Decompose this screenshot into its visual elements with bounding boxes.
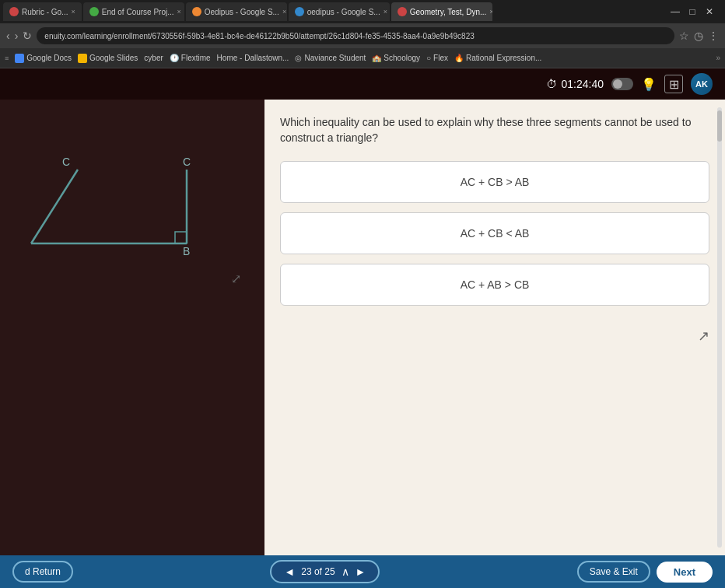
up-arrow[interactable]: ∧ (341, 565, 349, 578)
bookmark-flex[interactable]: ○ Flex (426, 54, 448, 62)
bookmark-google-slides-label: Google Slides (89, 54, 138, 62)
flex-icon: ○ (426, 54, 431, 62)
bookmarks-bar: ≡ Google Docs Google Slides cyber 🕐 Flex… (0, 48, 725, 68)
bookmark-google-docs[interactable]: Google Docs (15, 54, 72, 63)
bookmark-icon[interactable]: ☆ (679, 30, 689, 42)
timer-bar: ⏱ 01:24:40 💡 ⊞ AK (0, 68, 725, 100)
nav-right: Save & Exit Next (577, 561, 713, 583)
tab-geometry[interactable]: Geometry, Test, Dyn... × (391, 2, 492, 21)
close-button[interactable]: ✕ (703, 6, 716, 17)
next-button[interactable]: Next (657, 562, 713, 583)
main-content: B C C ⤢ Which inequality can be used to … (0, 100, 725, 555)
clock-icon: 🕐 (170, 54, 179, 62)
answer-option-3-text: AC + AB > CB (461, 278, 530, 291)
answer-option-2-text: AC + CB < AB (461, 227, 530, 240)
answer-options: AC + CB > AB AC + CB < AB AC + AB > CB (280, 161, 709, 306)
answer-option-2[interactable]: AC + CB < AB (280, 212, 709, 254)
bookmark-flextime-label: Flextime (181, 54, 211, 62)
tab-oedipus2-close[interactable]: × (384, 8, 387, 16)
left-panel: B C C ⤢ (0, 100, 264, 555)
tab-oedipus2[interactable]: oedipus - Google S... × (289, 2, 390, 21)
bookmark-flextime[interactable]: 🕐 Flextime (170, 54, 211, 62)
profile-icon[interactable]: ◷ (694, 30, 703, 42)
answer-option-1[interactable]: AC + CB > AB (280, 161, 709, 203)
address-icons: ☆ ◷ ⋮ (679, 30, 719, 42)
timer-icon: ⏱ (546, 78, 557, 90)
timer-value: 01:24:40 (562, 78, 604, 90)
question-text: Which inequality can be used to explain … (280, 115, 709, 145)
geometry-diagram: B C C (16, 123, 249, 294)
bookmark-schoology-label: Schoology (384, 54, 420, 62)
address-input[interactable] (37, 27, 674, 44)
scrollbar-track[interactable] (717, 107, 722, 548)
bookmark-home[interactable]: Home - Dallastown... (217, 54, 289, 62)
svg-line-2 (31, 170, 78, 243)
timer-toggle[interactable] (611, 78, 633, 90)
forward-icon[interactable]: › (15, 30, 19, 42)
rational-icon: 🔥 (454, 54, 464, 62)
hint-button[interactable]: 💡 (641, 77, 657, 92)
tab-geometry-label: Geometry, Test, Dyn... (410, 8, 487, 16)
grid-button[interactable]: ⊞ (664, 75, 683, 93)
avatar[interactable]: AK (691, 73, 713, 95)
tab-rubric-label: Rubric - Go... (22, 8, 68, 16)
window-controls: — □ ✕ (669, 6, 722, 17)
next-arrow[interactable]: ► (355, 565, 366, 578)
save-exit-label: Save & Exit (590, 566, 638, 577)
next-label: Next (674, 566, 695, 578)
cursor-arrow: ↗ (698, 327, 709, 345)
bookmark-cyber[interactable]: cyber (144, 54, 163, 62)
bookmarks-more[interactable]: » (716, 54, 720, 62)
bookmark-google-slides[interactable]: Google Slides (78, 54, 138, 63)
schoology-icon: 🏫 (372, 54, 381, 62)
tab-oedipus1-label: Oedipus - Google S... (205, 8, 279, 16)
extension-icon[interactable]: ⋮ (708, 30, 719, 42)
bookmark-rational-label: Rational Expression... (466, 54, 541, 62)
address-bar: ‹ › ↻ ☆ ◷ ⋮ (0, 23, 725, 48)
bookmark-home-label: Home - Dallastown... (217, 54, 289, 62)
expand-icon[interactable]: ⤢ (231, 271, 241, 286)
refresh-icon[interactable]: ↻ (23, 30, 32, 42)
bookmark-schoology[interactable]: 🏫 Schoology (372, 54, 420, 62)
progress-text: 23 of 25 (301, 566, 334, 577)
progress-indicator: ◄ 23 of 25 ∧ ► (81, 560, 569, 583)
bookmark-flex-label: Flex (433, 54, 448, 62)
svg-text:C: C (62, 156, 70, 168)
tab-bar: Rubric - Go... × End of Course Proj... ×… (0, 0, 725, 23)
tab-course[interactable]: End of Course Proj... × (83, 2, 184, 21)
tab-oedipus1-close[interactable]: × (282, 8, 286, 16)
tab-geometry-close[interactable]: × (489, 8, 492, 16)
minimize-button[interactable]: — (669, 6, 681, 17)
tab-course-close[interactable]: × (177, 8, 181, 16)
timer-display: ⏱ 01:24:40 (546, 78, 604, 90)
geometry-canvas: B C C ⤢ (16, 123, 249, 294)
answer-option-3[interactable]: AC + AB > CB (280, 264, 709, 306)
svg-text:B: B (183, 245, 190, 257)
tab-rubric[interactable]: Rubric - Go... × (3, 2, 82, 21)
tab-rubric-close[interactable]: × (71, 8, 75, 16)
save-exit-button[interactable]: Save & Exit (577, 561, 650, 583)
tab-course-label: End of Course Proj... (102, 8, 174, 16)
bookmark-rational[interactable]: 🔥 Rational Expression... (454, 54, 541, 62)
return-button[interactable]: d Return (12, 561, 73, 583)
bookmarks-label: ≡ (5, 54, 9, 62)
tab-oedipus2-label: oedipus - Google S... (307, 8, 380, 16)
prev-arrow[interactable]: ◄ (284, 565, 295, 578)
answer-option-1-text: AC + CB > AB (461, 176, 530, 188)
back-icon[interactable]: ‹ (6, 30, 10, 42)
tab-oedipus1[interactable]: Oedipus - Google S... × (186, 2, 287, 21)
bookmark-naviance-label: Naviance Student (304, 54, 366, 62)
bookmark-google-docs-label: Google Docs (26, 54, 72, 62)
bookmark-cyber-label: cyber (144, 54, 163, 62)
bookmark-naviance[interactable]: ◎ Naviance Student (295, 54, 366, 62)
progress-pill[interactable]: ◄ 23 of 25 ∧ ► (270, 560, 380, 583)
naviance-icon: ◎ (295, 54, 302, 62)
avatar-initials: AK (695, 79, 708, 89)
svg-text:C: C (183, 156, 191, 168)
bottom-nav: d Return ◄ 23 of 25 ∧ ► Save & Exit Next (0, 555, 725, 588)
restore-button[interactable]: □ (686, 6, 699, 17)
svg-rect-5 (175, 232, 187, 243)
right-panel: Which inequality can be used to explain … (264, 100, 725, 555)
return-label: d Return (25, 566, 61, 577)
scrollbar-thumb[interactable] (717, 110, 722, 142)
